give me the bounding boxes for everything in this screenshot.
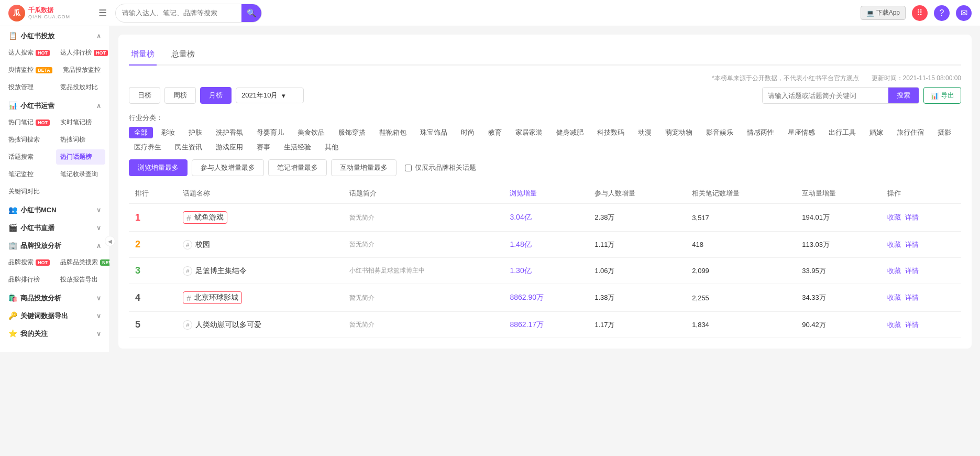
topic-name: #人类幼崽可以多可爱 <box>183 320 337 330</box>
action-详情[interactable]: 详情 <box>905 320 919 330</box>
message-icon[interactable]: ✉ <box>956 5 972 21</box>
cat-tag-food[interactable]: 美食饮品 <box>292 127 330 138</box>
tab-total[interactable]: 总量榜 <box>169 45 197 66</box>
sidebar-item-product-ad-monitor[interactable]: 竞品投放监控 <box>59 62 105 78</box>
cat-tag-star[interactable]: 星座情感 <box>783 127 820 138</box>
sidebar-item-realtime-notes[interactable]: 实时笔记榜 <box>56 115 105 130</box>
period-btn-week[interactable]: 周榜 <box>164 87 196 104</box>
tab-growth[interactable]: 增量榜 <box>129 45 157 66</box>
sidebar-item-sentiment-monitor[interactable]: 舆情监控BETA <box>4 62 57 78</box>
sidebar-item-influencer-rank[interactable]: 达人排行榜HOT <box>56 45 110 60</box>
logo-text-block: 千瓜数据 QIAN-GUA.COM <box>28 6 70 19</box>
sidebar-section-header-xiaohongshu-ad[interactable]: 📋小红书投放∧ <box>0 26 109 44</box>
filter-btn-participant-growth[interactable]: 参与人数增量最多 <box>192 159 264 176</box>
cat-tag-skincare[interactable]: 护肤 <box>183 127 207 138</box>
cat-tag-jewelry[interactable]: 珠宝饰品 <box>415 127 453 138</box>
sidebar-section-header-product-ad[interactable]: 🛍️商品投放分析∨ <box>0 288 109 306</box>
sidebar-section-header-keyword-export[interactable]: 🔑关键词数据导出∨ <box>0 306 109 324</box>
sidebar-section-header-xiaohongshu-mcn[interactable]: 👥小红书MCN∨ <box>0 200 109 218</box>
sidebar-item-brand-category-search[interactable]: 品牌品类搜索NEW <box>56 255 110 270</box>
sidebar-section-header-xiaohongshu-ops[interactable]: 📊小红书运营∧ <box>0 96 109 114</box>
cat-tag-education[interactable]: 教育 <box>483 127 507 138</box>
period-btn-day[interactable]: 日榜 <box>129 87 160 104</box>
sidebar-item-brand-search[interactable]: 品牌搜索HOT <box>4 255 54 270</box>
cat-tag-home[interactable]: 家居家装 <box>510 127 548 138</box>
menu-toggle-icon[interactable]: ☰ <box>98 7 107 19</box>
cat-tag-fashion[interactable]: 服饰穿搭 <box>333 127 371 138</box>
collapse-sidebar-button[interactable]: ◀ <box>105 236 115 246</box>
sidebar-item-product-ad-compare[interactable]: 竞品投放对比 <box>56 80 106 95</box>
cat-tag-travel-tool[interactable]: 出行工具 <box>823 127 861 138</box>
sidebar-item-topic-search[interactable]: 话题搜索 <box>4 149 54 165</box>
cat-tag-photo[interactable]: 摄影 <box>932 127 956 138</box>
action-详情[interactable]: 详情 <box>905 266 919 276</box>
cat-tag-news[interactable]: 民生资讯 <box>170 142 207 153</box>
period-btn-month[interactable]: 月榜 <box>200 87 232 104</box>
cat-tag-anime[interactable]: 动漫 <box>633 127 657 138</box>
global-search-button[interactable]: 🔍 <box>241 4 261 22</box>
sidebar-item-hot-topics[interactable]: 热门话题榜 <box>56 149 106 165</box>
cat-tag-emotion[interactable]: 情感两性 <box>742 127 779 138</box>
cat-tag-fitness[interactable]: 健身减肥 <box>551 127 589 138</box>
filter-btn-view-growth[interactable]: 浏览增量最多 <box>129 159 188 176</box>
cat-tag-other[interactable]: 其他 <box>320 142 344 153</box>
sidebar-item-ad-mgmt[interactable]: 投放管理 <box>4 80 54 95</box>
section-icon: 📋 <box>8 31 17 40</box>
main-content: 增量榜总量榜 *本榜单来源于公开数据，不代表小红书平台官方观点 更新时间：202… <box>110 26 980 456</box>
global-search-input[interactable] <box>116 6 241 20</box>
cat-tag-makeup[interactable]: 彩妆 <box>156 127 180 138</box>
download-app-button[interactable]: 💻 下载App <box>861 6 906 20</box>
action-收藏[interactable]: 收藏 <box>887 213 901 222</box>
keyword-search-input[interactable] <box>763 88 888 103</box>
th-rank: 排行 <box>129 183 177 204</box>
cat-tag-competition[interactable]: 赛事 <box>251 142 276 153</box>
topic-cell: #北京环球影城 <box>177 284 343 312</box>
sidebar-item-hot-search-rank[interactable]: 热搜词榜 <box>56 132 106 147</box>
brand-only-checkbox-label[interactable]: 仅展示品牌相关话题 <box>405 163 476 172</box>
th-view[interactable]: 浏览增量 <box>503 183 588 204</box>
action-详情[interactable]: 详情 <box>905 293 919 302</box>
cat-tag-tech[interactable]: 科技数码 <box>592 127 630 138</box>
chevron-down-icon: ▾ <box>282 92 285 100</box>
action-收藏[interactable]: 收藏 <box>887 320 901 330</box>
cat-tag-wash[interactable]: 洗护香氛 <box>211 127 248 138</box>
sidebar-section-header-xiaohongshu-live[interactable]: 🎬小红书直播∨ <box>0 218 109 236</box>
filter-btn-interaction-growth[interactable]: 互动量增量最多 <box>331 159 397 176</box>
action-详情[interactable]: 详情 <box>905 213 919 222</box>
action-收藏[interactable]: 收藏 <box>887 266 901 276</box>
cat-tag-life[interactable]: 生活经验 <box>279 142 316 153</box>
cat-tag-all[interactable]: 全部 <box>129 127 153 138</box>
help-icon[interactable]: ? <box>934 5 950 21</box>
cat-tag-travel[interactable]: 旅行住宿 <box>891 127 929 138</box>
cat-tag-fashion2[interactable]: 时尚 <box>456 127 480 138</box>
brand-only-checkbox[interactable] <box>405 165 412 171</box>
export-button[interactable]: 📊 导出 <box>923 87 961 104</box>
action-详情[interactable]: 详情 <box>905 240 919 249</box>
apps-icon[interactable]: ⠿ <box>912 5 928 21</box>
keyword-search-button[interactable]: 搜索 <box>888 88 919 103</box>
action-收藏[interactable]: 收藏 <box>887 240 901 249</box>
filter-btn-note-growth[interactable]: 笔记增量最多 <box>268 159 327 176</box>
cat-tag-baby[interactable]: 母婴育儿 <box>251 127 289 138</box>
sidebar-section-header-my-follows[interactable]: ⭐我的关注∨ <box>0 324 109 342</box>
cat-tag-shoes[interactable]: 鞋靴箱包 <box>374 127 412 138</box>
sidebar-item-note-monitor[interactable]: 笔记监控 <box>4 167 54 182</box>
sidebar-item-hot-notes[interactable]: 热门笔记HOT <box>4 115 54 130</box>
sidebar-item-keyword-compare[interactable]: 关键词对比 <box>4 184 105 199</box>
cat-tag-entertainment[interactable]: 影音娱乐 <box>701 127 739 138</box>
sidebar-section-header-brand-ad[interactable]: 🏢品牌投放分析∧ <box>0 236 109 254</box>
date-select[interactable]: 2021年10月▾ <box>236 88 304 103</box>
participants-cell: 1.06万 <box>588 258 686 284</box>
sidebar-item-influencer-search[interactable]: 达人搜索HOT <box>4 45 54 60</box>
action-收藏[interactable]: 收藏 <box>887 293 901 302</box>
cat-tag-wedding[interactable]: 婚嫁 <box>864 127 888 138</box>
sidebar-item-note-history[interactable]: 笔记收录查询 <box>56 167 106 182</box>
cat-tag-medical[interactable]: 医疗养生 <box>129 142 167 153</box>
collapse-icon: ∧ <box>96 32 101 40</box>
cat-tag-pet[interactable]: 萌宠动物 <box>660 127 698 138</box>
sidebar-item-brand-rank[interactable]: 品牌排行榜 <box>4 272 54 287</box>
cat-tag-game[interactable]: 游戏应用 <box>211 142 248 153</box>
participants-cell: 1.17万 <box>588 312 686 338</box>
sidebar-item-ad-report[interactable]: 投放报告导出 <box>56 272 106 287</box>
sidebar-item-hot-search[interactable]: 热搜词搜索 <box>4 132 54 147</box>
